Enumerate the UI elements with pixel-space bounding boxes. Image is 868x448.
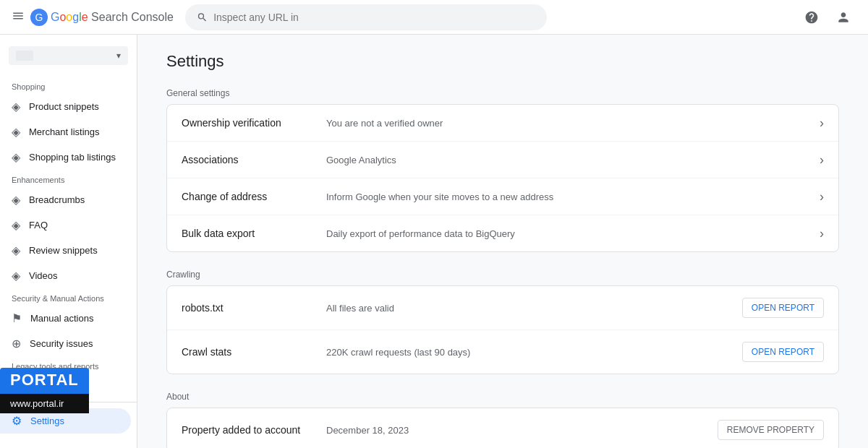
bulk-data-export-title: Bulk data export — [182, 228, 326, 239]
topbar: G Google Search Console — [0, 0, 868, 35]
change-of-address-chevron — [820, 190, 824, 203]
property-selector[interactable]: ▾ — [9, 46, 128, 65]
crawl-stats-open-report-button[interactable]: OPEN REPORT — [742, 342, 824, 362]
row-associations[interactable]: Associations Google Analytics — [167, 142, 838, 178]
settings-icon: ⚙ — [12, 414, 22, 428]
review-snippets-icon: ◈ — [12, 244, 20, 257]
sidebar-item-review-snippets[interactable]: ◈ Review snippets — [0, 238, 131, 263]
menu-icon[interactable] — [12, 9, 25, 25]
row-crawl-stats[interactable]: Crawl stats 220K crawl requests (last 90… — [167, 330, 838, 374]
search-input[interactable] — [213, 12, 535, 23]
portal-overlay: PORTAL www.portal.ir — [0, 368, 89, 413]
sidebar-label-faq: FAQ — [29, 220, 48, 231]
shopping-tab-icon: ◈ — [12, 150, 20, 164]
property-icon — [16, 51, 33, 61]
ownership-verification-chevron — [820, 116, 824, 129]
sidebar-item-videos[interactable]: ◈ Videos — [0, 263, 131, 288]
help-icon[interactable] — [799, 4, 825, 30]
robots-txt-desc: All files are valid — [326, 303, 742, 314]
remove-property-button[interactable]: REMOVE PROPERTY — [718, 420, 824, 440]
merchant-listings-icon: ◈ — [12, 125, 20, 139]
sidebar-label-manual-actions: Manual actions — [30, 313, 93, 324]
change-of-address-title: Change of address — [182, 191, 326, 202]
bulk-data-export-desc: Daily export of performance data to BigQ… — [326, 228, 820, 239]
product-snippets-icon: ◈ — [12, 100, 20, 113]
search-icon — [197, 12, 208, 23]
crawl-stats-title: Crawl stats — [182, 346, 326, 358]
property-chevron-icon: ▾ — [116, 51, 121, 61]
sidebar-label-product-snippets: Product snippets — [29, 101, 99, 112]
sidebar-label-breadcrumbs: Breadcrumbs — [29, 194, 85, 205]
sidebar-item-merchant-listings[interactable]: ◈ Merchant listings — [0, 119, 131, 145]
sidebar-section-security: Security & Manual Actions — [0, 288, 137, 306]
app-logo: G Google Search Console — [30, 9, 174, 26]
row-property-added: Property added to account December 18, 2… — [167, 408, 838, 448]
associations-title: Associations — [182, 154, 326, 165]
about-card: Property added to account December 18, 2… — [166, 408, 839, 448]
row-change-of-address[interactable]: Change of address Inform Google when you… — [167, 178, 838, 215]
sidebar-item-shopping-tab[interactable]: ◈ Shopping tab listings — [0, 145, 131, 170]
crawling-card: robots.txt All files are valid OPEN REPO… — [166, 285, 839, 374]
sidebar-item-security-issues[interactable]: ⊕ Security issues — [0, 331, 131, 356]
row-bulk-data-export[interactable]: Bulk data export Daily export of perform… — [167, 215, 838, 251]
robots-txt-open-report-button[interactable]: OPEN REPORT — [742, 298, 824, 318]
manual-actions-icon: ⚑ — [12, 311, 22, 325]
ownership-verification-desc: You are not a verified owner — [326, 118, 820, 129]
associations-desc: Google Analytics — [326, 155, 820, 165]
page-title: Settings — [166, 52, 839, 71]
property-added-desc: December 18, 2023 — [326, 425, 718, 436]
row-robots-txt[interactable]: robots.txt All files are valid OPEN REPO… — [167, 286, 838, 330]
app-title: Google Search Console — [51, 11, 174, 24]
section-label-general: General settings — [166, 88, 839, 98]
sidebar-label-videos: Videos — [29, 270, 58, 281]
general-settings-card: Ownership verification You are not a ver… — [166, 104, 839, 252]
robots-txt-title: robots.txt — [182, 302, 326, 314]
bulk-data-export-chevron — [820, 227, 824, 240]
portal-badge[interactable]: PORTAL — [0, 368, 89, 394]
section-label-about: About — [166, 392, 839, 402]
breadcrumbs-icon: ◈ — [12, 193, 20, 207]
sidebar-item-product-snippets[interactable]: ◈ Product snippets — [0, 94, 131, 119]
crawl-stats-desc: 220K crawl requests (last 90 days) — [326, 347, 742, 358]
search-bar — [185, 4, 547, 30]
ownership-verification-title: Ownership verification — [182, 117, 326, 129]
sidebar-section-shopping: Shopping — [0, 77, 137, 94]
app-layout: ▾ Shopping ◈ Product snippets ◈ Merchant… — [0, 35, 868, 448]
videos-icon: ◈ — [12, 269, 20, 283]
sidebar-label-review-snippets: Review snippets — [29, 245, 98, 256]
sidebar-label-merchant-listings: Merchant listings — [29, 126, 100, 137]
faq-icon: ◈ — [12, 218, 20, 232]
topbar-actions — [799, 4, 856, 30]
svg-text:G: G — [35, 12, 43, 23]
property-added-title: Property added to account — [182, 424, 326, 436]
portal-url: www.portal.ir — [0, 394, 89, 413]
row-ownership-verification[interactable]: Ownership verification You are not a ver… — [167, 105, 838, 142]
sidebar-label-shopping-tab: Shopping tab listings — [29, 152, 116, 163]
sidebar-item-faq[interactable]: ◈ FAQ — [0, 212, 131, 238]
sidebar-label-settings: Settings — [30, 415, 64, 426]
security-issues-icon: ⊕ — [12, 337, 21, 350]
account-icon[interactable] — [830, 4, 856, 30]
associations-chevron — [820, 153, 824, 166]
sidebar-item-breadcrumbs[interactable]: ◈ Breadcrumbs — [0, 187, 131, 212]
sidebar-section-enhancements: Enhancements — [0, 170, 137, 187]
change-of-address-desc: Inform Google when your site moves to a … — [326, 191, 820, 202]
sidebar-item-manual-actions[interactable]: ⚑ Manual actions — [0, 306, 131, 331]
section-label-crawling: Crawling — [166, 270, 839, 280]
sidebar-label-security-issues: Security issues — [30, 338, 93, 349]
main-content: Settings General settings Ownership veri… — [137, 35, 868, 448]
